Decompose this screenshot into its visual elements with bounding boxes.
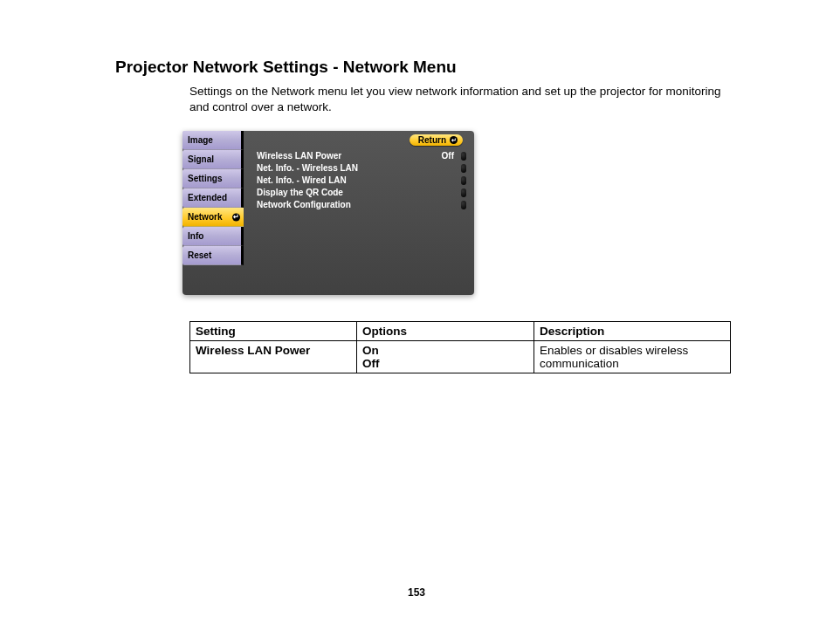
table-row: Wireless LAN Power On Off Enables or dis… xyxy=(190,341,731,373)
th-description: Description xyxy=(534,322,731,341)
osd-item-netinfo-wireless[interactable]: Net. Info. - Wireless LAN xyxy=(257,162,463,175)
osd-item-label: Wireless LAN Power xyxy=(257,150,341,162)
osd-item-netinfo-wired[interactable]: Net. Info. - Wired LAN xyxy=(257,175,463,187)
osd-return-button[interactable]: Return ↵ xyxy=(410,134,463,146)
osd-item-wireless-lan-power[interactable]: Wireless LAN Power Off xyxy=(257,150,463,162)
th-options: Options xyxy=(357,322,534,341)
table-header-row: Setting Options Description xyxy=(190,322,731,341)
page-number: 153 xyxy=(0,586,833,599)
osd-tab-extended[interactable]: Extended xyxy=(182,188,244,208)
option-off: Off xyxy=(362,357,528,370)
osd-item-label: Display the QR Code xyxy=(257,187,343,199)
osd-tab-settings[interactable]: Settings xyxy=(182,169,244,188)
osd-tab-reset[interactable]: Reset xyxy=(182,246,244,265)
projector-osd-screenshot: Image Signal Settings Extended Network I… xyxy=(182,131,474,295)
osd-tab-image[interactable]: Image xyxy=(182,131,244,150)
return-label: Return xyxy=(418,135,446,145)
enter-icon: ↵ xyxy=(450,136,458,144)
osd-item-label: Net. Info. - Wired LAN xyxy=(257,175,347,187)
osd-item-label: Net. Info. - Wireless LAN xyxy=(257,162,358,175)
settings-table: Setting Options Description Wireless LAN… xyxy=(189,321,731,373)
osd-tab-signal[interactable]: Signal xyxy=(182,150,244,169)
cell-description: Enables or disables wireless communicati… xyxy=(534,341,731,373)
cell-setting: Wireless LAN Power xyxy=(190,341,357,373)
osd-item-label: Network Configuration xyxy=(257,199,351,211)
osd-tab-info[interactable]: Info xyxy=(182,227,244,246)
option-on: On xyxy=(362,344,528,357)
osd-tab-network[interactable]: Network xyxy=(182,208,244,227)
osd-panel: Return ↵ Wireless LAN Power Off Net. Inf… xyxy=(257,143,463,211)
cell-options: On Off xyxy=(357,341,534,373)
page-heading: Projector Network Settings - Network Men… xyxy=(115,58,737,77)
osd-sidebar: Image Signal Settings Extended Network I… xyxy=(182,131,244,265)
th-setting: Setting xyxy=(190,322,357,341)
osd-item-qr-code[interactable]: Display the QR Code xyxy=(257,187,463,199)
intro-paragraph: Settings on the Network menu let you vie… xyxy=(189,84,731,115)
osd-item-network-config[interactable]: Network Configuration xyxy=(257,199,463,211)
osd-item-value: Off xyxy=(442,150,454,162)
